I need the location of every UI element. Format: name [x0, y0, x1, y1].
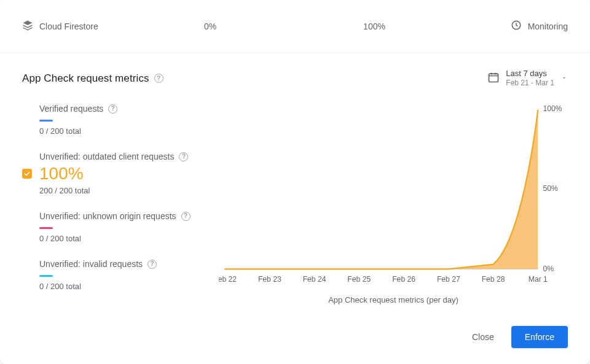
svg-text:100%: 100%: [543, 105, 562, 114]
metric-invalid[interactable]: Unverified: invalid requests ? 0 / 200 t…: [22, 259, 206, 291]
swatch-invalid: [39, 275, 53, 277]
summary-col-0: 0%: [204, 21, 363, 31]
help-icon[interactable]: ?: [108, 104, 117, 114]
svg-text:Feb 25: Feb 25: [347, 275, 371, 284]
svg-text:50%: 50%: [543, 184, 557, 193]
svg-text:Feb 24: Feb 24: [303, 275, 326, 284]
summary-col-100: 100%: [363, 21, 511, 31]
page-title: App Check request metrics: [22, 72, 149, 85]
dialog-footer: Close Enforce: [0, 320, 590, 364]
metric-verified[interactable]: Verified requests ? 0 / 200 total: [22, 104, 206, 152]
svg-rect-1: [489, 74, 498, 82]
service-label: Cloud Firestore: [22, 20, 204, 33]
help-icon[interactable]: ?: [179, 152, 188, 161]
summary-monitoring: Monitoring: [511, 20, 568, 33]
date-range-sub: Feb 21 - Mar 1: [506, 79, 554, 88]
help-icon[interactable]: ?: [154, 74, 163, 83]
metric-unknown-sub: 0 / 200 total: [39, 234, 206, 243]
metric-unknown[interactable]: Unverified: unknown origin requests ? 0 …: [22, 211, 206, 259]
svg-text:Feb 26: Feb 26: [392, 275, 415, 284]
close-button[interactable]: Close: [467, 327, 499, 347]
calendar-icon: [487, 71, 500, 86]
svg-text:Feb 23: Feb 23: [258, 275, 281, 284]
svg-text:Feb 22: Feb 22: [219, 275, 237, 284]
chart-caption: App Check request metrics (per day): [219, 295, 568, 304]
date-range-label: Last 7 days: [506, 69, 554, 79]
metric-outdated[interactable]: Unverified: outdated client requests ? 1…: [22, 152, 206, 211]
swatch-verified: [39, 120, 53, 122]
svg-text:Feb 27: Feb 27: [437, 275, 460, 284]
firestore-icon: [22, 20, 33, 33]
checkbox-icon[interactable]: [22, 169, 32, 179]
help-icon[interactable]: ?: [148, 260, 157, 269]
metrics-list: Verified requests ? 0 / 200 total Unveri…: [22, 104, 206, 307]
enforce-button[interactable]: Enforce: [511, 326, 568, 348]
svg-text:Feb 28: Feb 28: [482, 275, 505, 284]
clock-icon: [511, 20, 522, 33]
service-name: Cloud Firestore: [39, 21, 98, 31]
metric-invalid-sub: 0 / 200 total: [39, 282, 206, 291]
metric-outdated-sub: 200 / 200 total: [39, 186, 206, 195]
summary-bar: Cloud Firestore 0% 100% Monitoring: [0, 0, 590, 53]
metric-verified-sub: 0 / 200 total: [39, 126, 206, 136]
svg-text:0%: 0%: [543, 265, 554, 274]
chevron-down-icon: [560, 73, 568, 84]
swatch-unknown: [39, 227, 53, 229]
svg-text:Mar 1: Mar 1: [529, 275, 548, 284]
metric-outdated-big: 100%: [39, 164, 206, 184]
chart: 100% 50% 0% Feb 22 Feb 23 Feb 24 Feb 25 …: [219, 104, 568, 287]
date-range-picker[interactable]: Last 7 days Feb 21 - Mar 1: [487, 69, 568, 88]
help-icon[interactable]: ?: [181, 212, 191, 221]
